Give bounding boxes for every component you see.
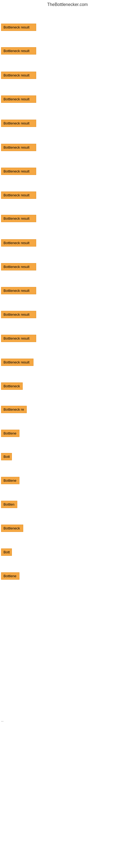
bottleneck-item-13: Bottleneck result <box>1 311 36 319</box>
bottleneck-item-12: Bottleneck result <box>1 287 36 296</box>
bottleneck-item-10: Bottleneck result <box>1 239 36 248</box>
bottleneck-item-5: Bottleneck result <box>1 120 36 128</box>
bottleneck-badge-4[interactable]: Bottleneck result <box>1 95 36 103</box>
bottleneck-item-15: Bottleneck result <box>1 359 34 367</box>
bottleneck-badge-16[interactable]: Bottleneck <box>1 382 23 390</box>
bottleneck-badge-24[interactable]: Bottlene <box>1 572 19 580</box>
bottleneck-item-19: Bott <box>1 453 12 461</box>
bottleneck-badge-2[interactable]: Bottleneck result <box>1 47 36 55</box>
site-title: TheBottlenecker.com <box>0 0 135 8</box>
items-container: Bottleneck resultBottleneck resultBottle… <box>0 8 135 868</box>
bottleneck-badge-10[interactable]: Bottleneck result <box>1 239 36 247</box>
bottleneck-item-2: Bottleneck result <box>1 47 36 56</box>
bottleneck-item-1: Bottleneck result <box>1 24 36 32</box>
bottleneck-item-14: Bottleneck result <box>1 335 36 343</box>
bottleneck-item-8: Bottleneck result <box>1 191 36 200</box>
bottleneck-badge-9[interactable]: Bottleneck result <box>1 215 36 222</box>
bottleneck-badge-23[interactable]: Bott <box>1 549 12 556</box>
bottleneck-item-21: Bottlen <box>1 501 17 509</box>
bottleneck-item-16: Bottleneck <box>1 382 23 391</box>
bottleneck-badge-18[interactable]: Bottlene <box>1 430 19 437</box>
bottleneck-badge-1[interactable]: Bottleneck result <box>1 24 36 31</box>
bottleneck-item-3: Bottleneck result <box>1 72 36 80</box>
ellipsis-text: ... <box>1 719 3 722</box>
bottleneck-item-24: Bottlene <box>1 572 19 581</box>
bottleneck-badge-15[interactable]: Bottleneck result <box>1 359 34 366</box>
bottleneck-badge-17[interactable]: Bottleneck re <box>1 406 27 413</box>
bottleneck-badge-21[interactable]: Bottlen <box>1 501 17 508</box>
bottleneck-badge-7[interactable]: Bottleneck result <box>1 167 36 175</box>
bottleneck-item-11: Bottleneck result <box>1 263 36 272</box>
bottleneck-badge-19[interactable]: Bott <box>1 453 12 460</box>
bottleneck-item-9: Bottleneck result <box>1 215 36 223</box>
bottleneck-badge-14[interactable]: Bottleneck result <box>1 335 36 342</box>
bottleneck-item-18: Bottlene <box>1 430 19 438</box>
bottleneck-badge-8[interactable]: Bottleneck result <box>1 191 36 199</box>
bottleneck-badge-6[interactable]: Bottleneck result <box>1 144 36 151</box>
bottleneck-item-23: Bott <box>1 549 12 557</box>
bottleneck-item-17: Bottleneck re <box>1 406 27 414</box>
bottleneck-badge-13[interactable]: Bottleneck result <box>1 311 36 318</box>
bottleneck-badge-5[interactable]: Bottleneck result <box>1 120 36 127</box>
bottleneck-badge-12[interactable]: Bottleneck result <box>1 287 36 294</box>
bottleneck-badge-3[interactable]: Bottleneck result <box>1 72 36 79</box>
bottleneck-item-6: Bottleneck result <box>1 144 36 152</box>
bottleneck-badge-20[interactable]: Bottlene <box>1 477 19 484</box>
bottleneck-item-20: Bottlene <box>1 477 19 485</box>
bottleneck-badge-22[interactable]: Bottleneck <box>1 525 23 532</box>
bottleneck-item-7: Bottleneck result <box>1 167 36 176</box>
bottleneck-item-22: Bottleneck <box>1 525 23 533</box>
bottleneck-badge-11[interactable]: Bottleneck result <box>1 263 36 271</box>
bottleneck-item-4: Bottleneck result <box>1 95 36 104</box>
